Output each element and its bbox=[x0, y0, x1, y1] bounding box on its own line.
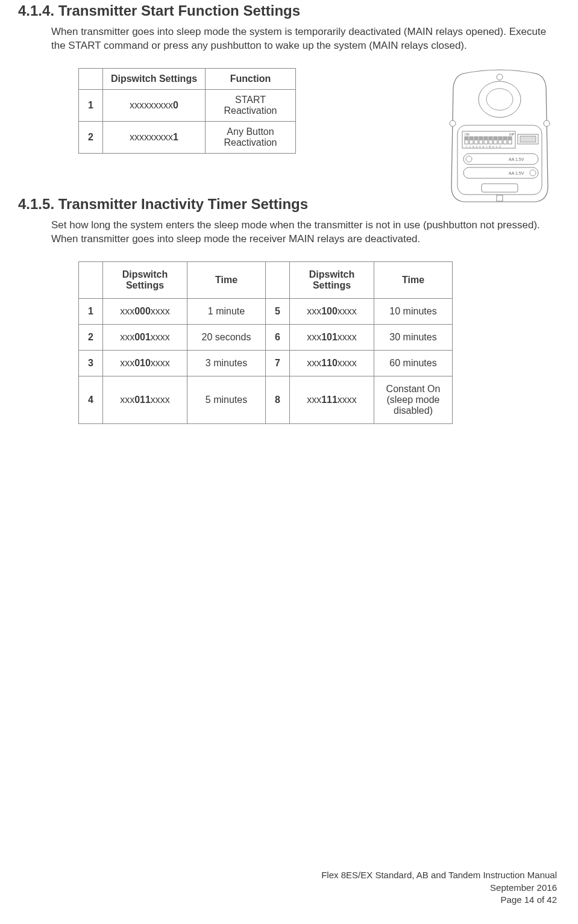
table-row: 2 xxx001xxxx 20 seconds 6 xxx101xxxx 30 … bbox=[79, 324, 453, 350]
time-value: Constant On (sleep mode disabled) bbox=[374, 376, 453, 423]
section-para-415: Set how long the system enters the sleep… bbox=[51, 219, 560, 246]
table-row: 3 xxx010xxxx 3 minutes 7 xxx110xxxx 60 m… bbox=[79, 350, 453, 376]
svg-rect-35 bbox=[463, 167, 538, 178]
row-index: 5 bbox=[266, 298, 290, 324]
header-dipswitch: Dipswitch Settings bbox=[103, 68, 206, 89]
row-index: 1 bbox=[79, 298, 103, 324]
svg-rect-38 bbox=[482, 184, 518, 192]
svg-rect-32 bbox=[463, 154, 538, 164]
header-time: Time bbox=[374, 261, 453, 298]
header-blank bbox=[79, 261, 103, 298]
svg-text:ON: ON bbox=[465, 133, 470, 136]
section-para-414: When transmitter goes into sleep mode th… bbox=[51, 25, 560, 53]
dipswitch-value: xxx001xxxx bbox=[103, 324, 187, 350]
table-row: Dipswitch Settings Time Dipswitch Settin… bbox=[79, 261, 453, 298]
dipswitch-value: xxx111xxxx bbox=[290, 376, 374, 423]
svg-text:AA 1.5V: AA 1.5V bbox=[509, 157, 524, 161]
time-value: 30 minutes bbox=[374, 324, 453, 350]
function-value: Any Button Reactivation bbox=[206, 121, 296, 153]
svg-rect-39 bbox=[497, 195, 503, 201]
transmitter-illustration: ON DIP 12345678910 AA 1.5V AA 1.5V bbox=[439, 66, 560, 205]
header-blank bbox=[266, 261, 290, 298]
function-value: START Reactivation bbox=[206, 89, 296, 121]
dipswitch-value: xxx101xxxx bbox=[290, 324, 374, 350]
table-row: Dipswitch Settings Function bbox=[79, 68, 296, 89]
table-row: 1 xxxxxxxxx0 START Reactivation bbox=[79, 89, 296, 121]
svg-rect-31 bbox=[520, 136, 536, 142]
table-row: 2 xxxxxxxxx1 Any Button Reactivation bbox=[79, 121, 296, 153]
svg-text:DIP: DIP bbox=[509, 133, 515, 136]
time-value: 1 minute bbox=[187, 298, 266, 324]
row-index: 3 bbox=[79, 350, 103, 376]
time-value: 20 seconds bbox=[187, 324, 266, 350]
svg-rect-14 bbox=[474, 137, 478, 140]
header-function: Function bbox=[206, 68, 296, 89]
row-index: 2 bbox=[79, 324, 103, 350]
svg-rect-28 bbox=[508, 137, 512, 140]
row-index: 6 bbox=[266, 324, 290, 350]
svg-rect-20 bbox=[489, 137, 492, 140]
svg-rect-10 bbox=[465, 137, 468, 140]
svg-text:12345678910: 12345678910 bbox=[466, 145, 503, 148]
svg-rect-24 bbox=[498, 137, 502, 140]
footer-page-number: Page 14 of 42 bbox=[321, 894, 557, 906]
svg-point-36 bbox=[530, 170, 536, 176]
row-index: 8 bbox=[266, 376, 290, 423]
svg-rect-12 bbox=[470, 137, 473, 140]
row-index: 2 bbox=[79, 121, 103, 153]
header-dipswitch: Dipswitch Settings bbox=[290, 261, 374, 298]
section-heading-414: 4.1.4. Transmitter Start Function Settin… bbox=[18, 2, 560, 19]
dipswitch-value: xxxxxxxxx0 bbox=[103, 89, 206, 121]
svg-rect-18 bbox=[484, 137, 488, 140]
row-index: 4 bbox=[79, 376, 103, 423]
svg-point-3 bbox=[544, 120, 550, 126]
page-footer: Flex 8ES/EX Standard, AB and Tandem Inst… bbox=[321, 869, 557, 906]
table-415: Dipswitch Settings Time Dipswitch Settin… bbox=[78, 261, 453, 424]
row-index: 1 bbox=[79, 89, 103, 121]
table-row: 1 xxx000xxxx 1 minute 5 xxx100xxxx 10 mi… bbox=[79, 298, 453, 324]
svg-point-33 bbox=[466, 156, 472, 162]
dipswitch-value: xxx011xxxx bbox=[103, 376, 187, 423]
table-row: 4 xxx011xxxx 5 minutes 8 xxx111xxxx Cons… bbox=[79, 376, 453, 423]
dipswitch-value: xxx010xxxx bbox=[103, 350, 187, 376]
footer-date: September 2016 bbox=[321, 882, 557, 894]
svg-point-2 bbox=[450, 120, 456, 126]
svg-rect-22 bbox=[494, 137, 497, 140]
dipswitch-value: xxx100xxxx bbox=[290, 298, 374, 324]
svg-text:AA 1.5V: AA 1.5V bbox=[509, 171, 524, 175]
row-index: 7 bbox=[266, 350, 290, 376]
header-time: Time bbox=[187, 261, 266, 298]
dipswitch-value: xxxxxxxxx1 bbox=[103, 121, 206, 153]
header-blank bbox=[79, 68, 103, 89]
time-value: 5 minutes bbox=[187, 376, 266, 423]
svg-rect-16 bbox=[479, 137, 483, 140]
header-dipswitch: Dipswitch Settings bbox=[103, 261, 187, 298]
table-414: Dipswitch Settings Function 1 xxxxxxxxx0… bbox=[78, 68, 296, 154]
dipswitch-value: xxx110xxxx bbox=[290, 350, 374, 376]
time-value: 60 minutes bbox=[374, 350, 453, 376]
footer-manual-title: Flex 8ES/EX Standard, AB and Tandem Inst… bbox=[321, 869, 557, 881]
svg-rect-26 bbox=[503, 137, 507, 140]
dipswitch-value: xxx000xxxx bbox=[103, 298, 187, 324]
time-value: 10 minutes bbox=[374, 298, 453, 324]
time-value: 3 minutes bbox=[187, 350, 266, 376]
svg-point-1 bbox=[486, 89, 513, 110]
svg-point-4 bbox=[497, 74, 503, 80]
